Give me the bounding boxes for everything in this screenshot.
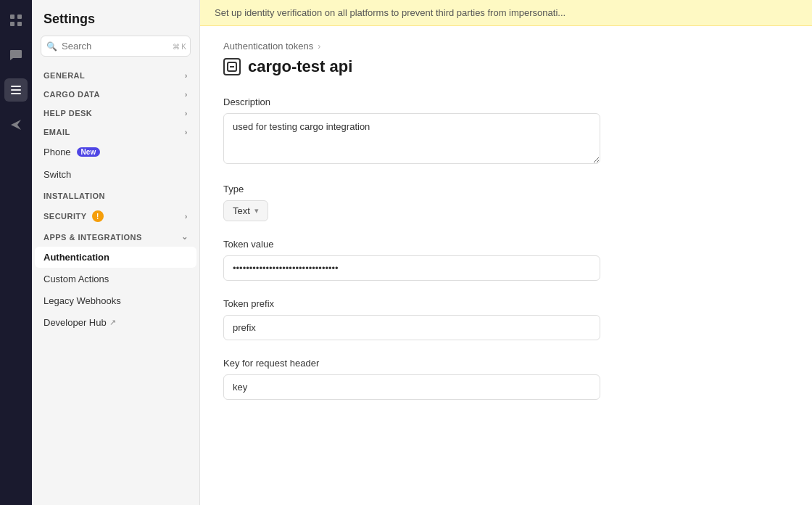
- chevron-right-icon: ›: [185, 71, 188, 80]
- sidebar-section-email: EMAIL ›: [32, 122, 199, 141]
- sidebar: Settings 🔍 ⌘ K GENERAL › CARGO DATA › HE…: [32, 0, 200, 505]
- token-prefix-input[interactable]: [223, 315, 600, 340]
- banner: Set up identity verification on all plat…: [200, 0, 812, 26]
- sidebar-section-apps-integrations-header[interactable]: APPS & INTEGRATIONS ⌄: [35, 226, 196, 246]
- sidebar-item-authentication[interactable]: Authentication: [35, 247, 196, 268]
- send-icon[interactable]: [4, 113, 28, 136]
- svg-rect-5: [11, 89, 21, 91]
- page-icon: [223, 58, 241, 75]
- external-link-icon: ↗: [109, 318, 116, 327]
- chevron-right-icon: ›: [185, 90, 188, 99]
- sidebar-section-phone: Phone New: [32, 141, 199, 163]
- page-title-row: cargo-test api: [223, 57, 789, 76]
- svg-rect-4: [11, 86, 21, 87]
- svg-rect-0: [10, 15, 14, 19]
- token-value-group: Token value: [223, 239, 789, 281]
- description-group: Description: [223, 97, 789, 166]
- page-title: cargo-test api: [248, 57, 352, 76]
- chevron-right-icon: ›: [185, 128, 188, 136]
- sidebar-section-apps-integrations: APPS & INTEGRATIONS ⌄ Authentication Cus…: [32, 226, 199, 334]
- search-input[interactable]: [41, 36, 191, 57]
- svg-rect-2: [10, 22, 14, 26]
- sidebar-section-general-header[interactable]: GENERAL ›: [35, 65, 196, 84]
- sidebar-item-switch[interactable]: Switch: [35, 164, 196, 185]
- sidebar-section-cargo-data-header[interactable]: CARGO DATA ›: [35, 84, 196, 103]
- sidebar-item-phone[interactable]: Phone New: [35, 141, 196, 163]
- sidebar-section-cargo-data: CARGO DATA ›: [32, 84, 199, 103]
- svg-rect-1: [17, 15, 22, 19]
- chat-icon[interactable]: [4, 44, 28, 67]
- breadcrumb: Authentication tokens ›: [223, 41, 789, 52]
- description-textarea[interactable]: [223, 113, 600, 164]
- main-content: Set up identity verification on all plat…: [200, 0, 812, 505]
- sidebar-section-help-desk-header[interactable]: HELP DESK ›: [35, 103, 196, 122]
- type-dropdown[interactable]: Text ▾: [223, 200, 268, 221]
- sidebar-section-general: GENERAL ›: [32, 65, 199, 84]
- grid-icon[interactable]: [4, 9, 28, 32]
- chevron-right-icon: ›: [185, 109, 188, 118]
- key-header-input[interactable]: [223, 374, 600, 400]
- token-value-input[interactable]: [223, 255, 600, 281]
- search-shortcut: ⌘ K: [173, 42, 186, 50]
- description-label: Description: [223, 97, 789, 107]
- token-prefix-label: Token prefix: [223, 298, 789, 309]
- type-label: Type: [223, 184, 789, 194]
- sidebar-search-wrapper: 🔍 ⌘ K: [41, 36, 191, 57]
- sidebar-section-help-desk: HELP DESK ›: [32, 103, 199, 122]
- key-header-group: Key for request header: [223, 358, 789, 400]
- chevron-down-icon: ⌄: [181, 232, 188, 242]
- svg-rect-3: [17, 22, 22, 26]
- new-badge: New: [77, 147, 101, 157]
- breadcrumb-separator: ›: [318, 41, 320, 52]
- sidebar-section-switch: Switch: [32, 163, 199, 186]
- sidebar-title: Settings: [32, 0, 199, 36]
- list-icon[interactable]: [4, 78, 28, 102]
- token-prefix-group: Token prefix: [223, 298, 789, 340]
- content-area: Authentication tokens › cargo-test api D…: [200, 26, 812, 505]
- warning-icon: !: [92, 210, 104, 222]
- sidebar-item-developer-hub[interactable]: Developer Hub ↗: [35, 312, 196, 333]
- key-header-label: Key for request header: [223, 358, 789, 369]
- svg-rect-6: [11, 93, 21, 94]
- sidebar-section-security-header[interactable]: SECURITY ! ›: [35, 205, 196, 226]
- sidebar-section-installation-header[interactable]: INSTALLATION: [35, 186, 196, 205]
- sidebar-section-email-header[interactable]: EMAIL ›: [35, 122, 196, 141]
- type-dropdown-value: Text: [233, 205, 250, 216]
- sidebar-item-legacy-webhooks[interactable]: Legacy Webhooks: [35, 290, 196, 311]
- chevron-right-icon: ›: [185, 212, 188, 221]
- icon-bar: [0, 0, 32, 505]
- type-group: Type Text ▾: [223, 184, 789, 221]
- sidebar-section-security: SECURITY ! ›: [32, 205, 199, 226]
- token-value-label: Token value: [223, 239, 789, 250]
- sidebar-item-custom-actions[interactable]: Custom Actions: [35, 268, 196, 290]
- chevron-down-icon: ▾: [254, 206, 259, 215]
- breadcrumb-parent[interactable]: Authentication tokens: [223, 41, 313, 52]
- search-icon: 🔍: [46, 41, 57, 52]
- sidebar-section-installation: INSTALLATION: [32, 186, 199, 205]
